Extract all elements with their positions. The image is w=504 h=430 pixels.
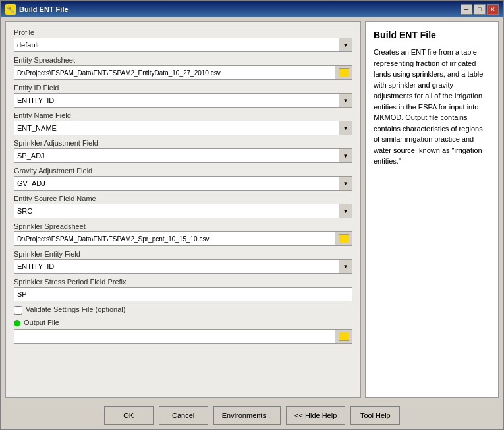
output-file-group: Output File: [14, 319, 352, 344]
main-window: 🔧 Build ENT File ─ □ ✕ Profile default ▼: [0, 0, 504, 430]
profile-select-row: default ▼: [14, 38, 352, 52]
entity-name-dropdown-arrow[interactable]: ▼: [339, 121, 352, 135]
entity-name-label: Entity Name Field: [14, 111, 352, 119]
green-dot-indicator: [14, 320, 20, 326]
output-file-input[interactable]: [14, 329, 335, 344]
output-file-label: Output File: [24, 319, 59, 326]
sprinkler-entity-label: Sprinkler Entity Field: [14, 250, 352, 258]
entity-id-group: Entity ID Field ENTITY_ID ▼: [14, 84, 352, 108]
sprinkler-spreadsheet-group: Sprinkler Spreadsheet: [14, 222, 352, 246]
sprinkler-spreadsheet-input[interactable]: [14, 231, 335, 246]
entity-id-select-row: ENTITY_ID ▼: [14, 93, 352, 108]
profile-select[interactable]: default: [14, 38, 339, 52]
entity-name-select[interactable]: ENT_NAME: [14, 121, 339, 135]
gravity-adj-label: Gravity Adjustment Field: [14, 167, 352, 175]
entity-source-label: Entity Source Field Name: [14, 195, 352, 202]
gravity-adj-dropdown-arrow[interactable]: ▼: [339, 176, 352, 191]
output-file-row: [14, 329, 352, 344]
window-title: Build ENT File: [19, 5, 69, 13]
title-bar-left: 🔧 Build ENT File: [5, 4, 69, 15]
output-file-browse-button[interactable]: [335, 329, 352, 344]
sprinkler-adj-label: Sprinkler Adjustment Field: [14, 139, 352, 147]
tool-help-button[interactable]: Tool Help: [350, 406, 400, 425]
entity-source-select[interactable]: SRC: [14, 204, 339, 218]
entity-source-group: Entity Source Field Name SRC ▼: [14, 195, 352, 218]
content-area: Profile default ▼ Entity Spreadsheet: [1, 17, 503, 402]
bottom-bar: OK Cancel Environments... << Hide Help T…: [1, 402, 503, 429]
sprinkler-entity-select[interactable]: ENTITY_ID: [14, 259, 339, 274]
right-title: Build ENT File: [374, 30, 490, 40]
sprinkler-adj-select[interactable]: SP_ADJ: [14, 148, 339, 163]
title-bar-controls: ─ □ ✕: [461, 4, 499, 15]
entity-id-label: Entity ID Field: [14, 84, 352, 92]
profile-group: Profile default ▼: [14, 28, 352, 52]
entity-spreadsheet-group: Entity Spreadsheet: [14, 56, 352, 80]
entity-source-dropdown-arrow[interactable]: ▼: [339, 204, 352, 218]
entity-name-group: Entity Name Field ENT_NAME ▼: [14, 111, 352, 135]
entity-source-select-row: SRC ▼: [14, 204, 352, 218]
sprinkler-entity-group: Sprinkler Entity Field ENTITY_ID ▼: [14, 250, 352, 274]
stress-period-label: Sprinkler Stress Period Field Prefix: [14, 278, 352, 286]
entity-spreadsheet-label: Entity Spreadsheet: [14, 56, 352, 64]
close-button[interactable]: ✕: [487, 4, 499, 15]
sprinkler-adj-select-row: SP_ADJ ▼: [14, 148, 352, 163]
output-label-row: Output File: [14, 319, 352, 328]
validate-label: Validate Settings File (optional): [26, 305, 125, 313]
gravity-adj-group: Gravity Adjustment Field GV_ADJ ▼: [14, 167, 352, 191]
sprinkler-spreadsheet-label: Sprinkler Spreadsheet: [14, 222, 352, 230]
maximize-button[interactable]: □: [474, 4, 486, 15]
validate-row: Validate Settings File (optional): [14, 305, 352, 315]
stress-period-group: Sprinkler Stress Period Field Prefix: [14, 278, 352, 301]
entity-spreadsheet-file-row: [14, 65, 352, 80]
entity-spreadsheet-browse-button[interactable]: [335, 65, 352, 80]
entity-name-select-row: ENT_NAME ▼: [14, 121, 352, 135]
right-panel: Build ENT File Creates an ENT file from …: [365, 21, 499, 398]
folder-icon-3: [339, 332, 349, 341]
stress-period-input[interactable]: [14, 287, 352, 301]
sprinkler-adj-group: Sprinkler Adjustment Field SP_ADJ ▼: [14, 139, 352, 163]
left-scroll-area[interactable]: Profile default ▼ Entity Spreadsheet: [6, 22, 360, 397]
title-bar: 🔧 Build ENT File ─ □ ✕: [1, 1, 503, 17]
environments-button[interactable]: Environments...: [213, 406, 281, 425]
ok-button[interactable]: OK: [104, 406, 154, 425]
sprinkler-spreadsheet-browse-button[interactable]: [335, 231, 352, 246]
window-icon: 🔧: [5, 4, 16, 15]
entity-id-select[interactable]: ENTITY_ID: [14, 93, 339, 108]
right-description: Creates an ENT file from a table represe…: [374, 47, 490, 167]
sprinkler-adj-dropdown-arrow[interactable]: ▼: [339, 148, 352, 163]
gravity-adj-select-row: GV_ADJ ▼: [14, 176, 352, 191]
entity-id-dropdown-arrow[interactable]: ▼: [339, 93, 352, 108]
profile-dropdown-arrow[interactable]: ▼: [339, 38, 352, 52]
folder-icon: [339, 68, 349, 77]
sprinkler-spreadsheet-file-row: [14, 231, 352, 246]
folder-icon-2: [339, 234, 349, 243]
minimize-button[interactable]: ─: [461, 4, 472, 15]
validate-checkbox[interactable]: [14, 306, 22, 315]
entity-spreadsheet-input[interactable]: [14, 65, 335, 80]
cancel-button[interactable]: Cancel: [159, 406, 208, 425]
hide-help-button[interactable]: << Hide Help: [286, 406, 345, 425]
gravity-adj-select[interactable]: GV_ADJ: [14, 176, 339, 191]
profile-label: Profile: [14, 28, 352, 36]
sprinkler-entity-select-row: ENTITY_ID ▼: [14, 259, 352, 274]
sprinkler-entity-dropdown-arrow[interactable]: ▼: [339, 259, 352, 274]
left-panel: Profile default ▼ Entity Spreadsheet: [5, 21, 361, 398]
